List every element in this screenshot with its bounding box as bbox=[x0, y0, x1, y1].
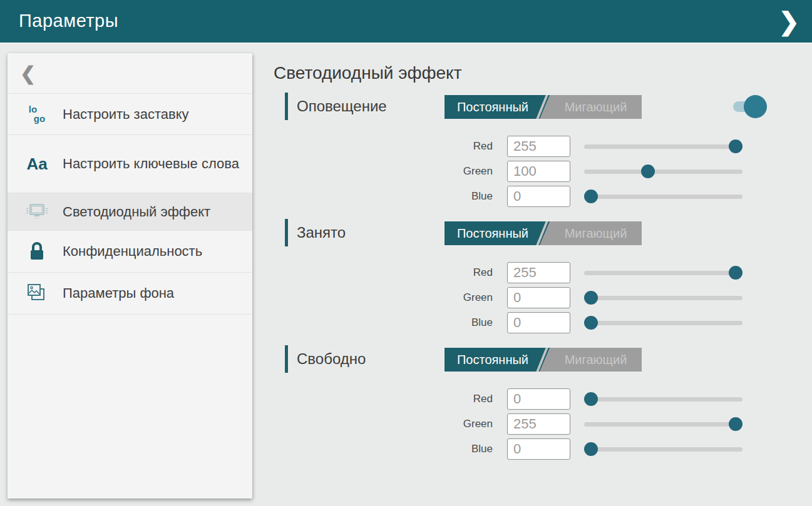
sidebar-item-splash-screen[interactable]: logo Настроить заставку bbox=[8, 94, 252, 135]
logo-icon: logo bbox=[23, 105, 51, 123]
blue-slider[interactable] bbox=[584, 316, 743, 330]
blue-value-input[interactable] bbox=[507, 438, 570, 460]
led-display-icon bbox=[23, 202, 51, 222]
red-row: Red bbox=[274, 134, 812, 159]
slider-track[interactable] bbox=[584, 271, 743, 275]
green-label: Green bbox=[274, 418, 493, 430]
slider-track[interactable] bbox=[584, 422, 743, 427]
blue-row: Blue bbox=[274, 184, 812, 209]
blue-label: Blue bbox=[274, 443, 493, 455]
slider-thumb[interactable] bbox=[584, 291, 598, 305]
green-value-input[interactable] bbox=[507, 161, 570, 182]
chevron-right-icon[interactable]: ❯ bbox=[778, 9, 799, 34]
slider-thumb[interactable] bbox=[584, 190, 598, 203]
slider-track[interactable] bbox=[584, 321, 743, 325]
green-label: Green bbox=[274, 165, 493, 178]
mode-option-blinking[interactable]: Мигающий bbox=[550, 221, 642, 245]
blue-row: Blue bbox=[274, 310, 812, 335]
red-slider[interactable] bbox=[584, 139, 743, 153]
red-row: Red bbox=[274, 260, 812, 285]
sidebar-item-keywords[interactable]: Aa Настроить ключевые слова bbox=[8, 135, 252, 193]
red-label: Red bbox=[274, 266, 493, 279]
section-busy: Занято Постоянный Мигающий Red Green bbox=[274, 219, 812, 335]
sidebar-item-label: Настроить заставку bbox=[63, 106, 195, 123]
green-value-input[interactable] bbox=[507, 287, 570, 308]
page-title: Параметры bbox=[19, 0, 118, 41]
mode-option-constant[interactable]: Постоянный bbox=[445, 348, 550, 372]
text-aa-icon: Aa bbox=[23, 154, 51, 174]
mode-option-constant[interactable]: Постоянный bbox=[445, 95, 550, 119]
green-slider[interactable] bbox=[584, 291, 743, 305]
blue-value-input[interactable] bbox=[507, 312, 570, 333]
slider-track[interactable] bbox=[584, 447, 743, 452]
mode-segmented-control: Постоянный Мигающий bbox=[445, 221, 642, 245]
chevron-left-icon[interactable]: ❮ bbox=[20, 63, 36, 84]
green-row: Green bbox=[274, 412, 812, 437]
sidebar-item-led-effect[interactable]: Светодиодный эффект bbox=[8, 193, 252, 231]
green-value-input[interactable] bbox=[507, 413, 570, 435]
red-label: Red bbox=[274, 140, 493, 153]
blue-slider[interactable] bbox=[584, 190, 743, 203]
green-row: Green bbox=[274, 285, 812, 310]
section-label: Свободно bbox=[297, 350, 366, 368]
blue-label: Blue bbox=[274, 316, 493, 329]
green-slider[interactable] bbox=[584, 417, 743, 431]
slider-thumb[interactable] bbox=[729, 417, 743, 431]
slider-thumb[interactable] bbox=[584, 316, 598, 330]
red-value-input[interactable] bbox=[507, 262, 570, 283]
sidebar-item-label: Светодиодный эффект bbox=[63, 203, 217, 221]
notification-enabled-toggle[interactable] bbox=[733, 94, 769, 119]
blue-slider[interactable] bbox=[584, 442, 743, 456]
mode-option-blinking[interactable]: Мигающий bbox=[550, 95, 642, 119]
slider-thumb[interactable] bbox=[584, 442, 598, 456]
section-label: Оповещение bbox=[297, 98, 387, 115]
sidebar-item-privacy[interactable]: Конфиденциальность bbox=[8, 231, 252, 273]
settings-sidebar: ❮ logo Настроить заставку Aa Настроить к… bbox=[8, 53, 252, 498]
section-accent-bar bbox=[285, 93, 288, 120]
red-row: Red bbox=[274, 387, 812, 412]
green-label: Green bbox=[274, 291, 493, 304]
app-header: Параметры ❯ bbox=[0, 0, 812, 43]
section-accent-bar bbox=[285, 345, 288, 373]
sidebar-item-label: Настроить ключевые слова bbox=[63, 155, 245, 173]
red-slider[interactable] bbox=[584, 266, 743, 280]
section-free: Свободно Постоянный Мигающий Red Green bbox=[274, 345, 812, 462]
slider-track[interactable] bbox=[584, 144, 743, 149]
mode-option-constant[interactable]: Постоянный bbox=[445, 221, 550, 245]
red-slider[interactable] bbox=[584, 392, 743, 406]
blue-value-input[interactable] bbox=[507, 186, 570, 207]
background-images-icon bbox=[23, 283, 51, 304]
sidebar-item-label: Параметры фона bbox=[63, 285, 180, 302]
section-notification: Оповещение Постоянный Мигающий Red bbox=[274, 93, 812, 209]
green-slider[interactable] bbox=[584, 164, 743, 178]
slider-track[interactable] bbox=[584, 397, 743, 402]
sidebar-back-row: ❮ bbox=[8, 53, 252, 94]
green-row: Green bbox=[274, 159, 812, 184]
slider-thumb[interactable] bbox=[584, 392, 598, 406]
mode-option-blinking[interactable]: Мигающий bbox=[550, 348, 642, 372]
sidebar-item-background[interactable]: Параметры фона bbox=[8, 273, 252, 315]
panel-title: Светодиодный эффект bbox=[274, 63, 812, 84]
mode-segmented-control: Постоянный Мигающий bbox=[445, 95, 642, 119]
slider-thumb[interactable] bbox=[729, 139, 743, 153]
toggle-thumb bbox=[744, 95, 767, 118]
mode-segmented-control: Постоянный Мигающий bbox=[445, 348, 642, 372]
red-value-input[interactable] bbox=[507, 136, 570, 157]
section-label: Занято bbox=[297, 224, 346, 241]
red-label: Red bbox=[274, 393, 493, 405]
blue-label: Blue bbox=[274, 190, 493, 203]
lock-icon bbox=[23, 241, 51, 262]
slider-thumb[interactable] bbox=[641, 164, 655, 178]
slider-track[interactable] bbox=[584, 170, 743, 174]
slider-track[interactable] bbox=[584, 195, 743, 199]
led-effect-panel: Светодиодный эффект Оповещение Постоянны… bbox=[274, 43, 812, 462]
red-value-input[interactable] bbox=[507, 388, 570, 410]
blue-row: Blue bbox=[274, 437, 812, 462]
slider-track[interactable] bbox=[584, 296, 743, 300]
slider-thumb[interactable] bbox=[729, 266, 743, 280]
section-accent-bar bbox=[285, 219, 288, 246]
sidebar-item-label: Конфиденциальность bbox=[63, 243, 208, 260]
